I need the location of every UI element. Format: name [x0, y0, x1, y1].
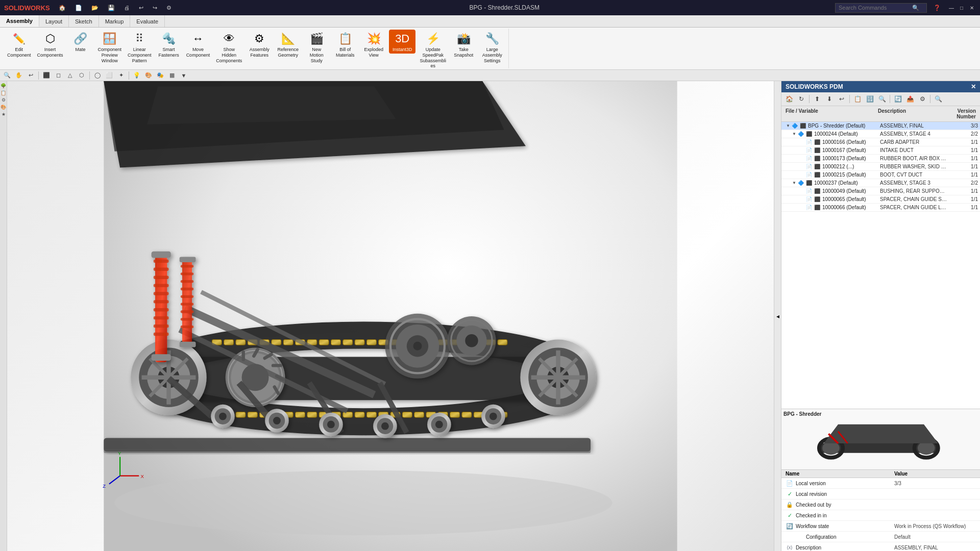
tree-toggle-237[interactable]: ▼ — [792, 181, 797, 186]
quick-access-redo[interactable]: ↪ — [150, 4, 160, 12]
assembly-features-btn[interactable]: ⚙ AssemblyFeatures — [246, 30, 273, 59]
tab-sketch[interactable]: Sketch — [69, 15, 99, 27]
prop-col-name: Name — [786, 471, 894, 477]
show-hidden-btn[interactable]: 👁 ShowHiddenComponents — [214, 30, 244, 64]
pdm-where-used-btn[interactable]: 🔍 — [876, 94, 888, 104]
tree-row-66[interactable]: ▶ 📄 ⬛ 10000066 (Default) SPACER, CHAIN G… — [781, 204, 980, 212]
pdm-checkout-btn[interactable]: ⬇ — [824, 94, 835, 104]
tree-row-65[interactable]: ▶ 📄 ⬛ 10000065 (Default) SPACER, CHAIN G… — [781, 195, 980, 204]
tree-row-244[interactable]: ▼ 🔷 ⬛ 10000244 (Default) ASSEMBLY, STAGE… — [781, 130, 980, 138]
svg-rect-89 — [154, 292, 169, 295]
tree-row-167[interactable]: ▶ 📄 ⬛ 10000167 (Default) INTAKE DUCT 1/1 — [781, 146, 980, 155]
pan-btn[interactable]: ✋ — [14, 71, 24, 80]
quick-access-new[interactable]: 📄 — [72, 4, 85, 12]
real-view-btn[interactable]: ▦ — [167, 71, 177, 80]
insert-components-btn[interactable]: ⬡ InsertComponents — [35, 30, 65, 59]
pdm-undo-checkout-btn[interactable]: ↩ — [836, 94, 847, 104]
pdm-checkin-btn[interactable]: ⬆ — [812, 94, 823, 104]
prop-row-checked-out-by[interactable]: 🔒 Checked out by — [781, 499, 980, 510]
tree-row-237[interactable]: ▼ 🔷 ⬛ 10000237 (Default) ASSEMBLY, STAGE… — [781, 179, 980, 187]
prop-row-local-revision[interactable]: ✓ Local revision — [781, 489, 980, 499]
quick-access-home[interactable]: 🏠 — [56, 4, 68, 12]
tree-row-root[interactable]: ▼ 🔷 ⬛ BPG - Shredder (Default) ASSEMBLY,… — [781, 122, 980, 130]
tree-ver-244: 2/2 — [949, 131, 980, 137]
edit-component-btn[interactable]: ✏️ EditComponent — [5, 30, 33, 59]
pdm-history-btn[interactable]: 📋 — [852, 94, 863, 104]
3d-model-view[interactable]: X Y Z — [7, 81, 774, 551]
help-icon[interactable]: ❓ — [931, 4, 943, 12]
svg-rect-98 — [181, 265, 193, 267]
tree-row-49[interactable]: ▶ 📄 ⬛ 10000049 (Default) BUSHING, REAR S… — [781, 187, 980, 195]
sidebar-appearance[interactable]: 🎨 — [1, 105, 7, 111]
pdm-properties-btn[interactable]: ⚙ — [917, 94, 928, 104]
take-snapshot-btn[interactable]: 📸 TakeSnapshot — [450, 30, 477, 59]
view-top-btn[interactable]: ◻ — [53, 71, 63, 80]
rotate-btn[interactable]: ↩ — [26, 71, 36, 80]
sidebar-custom[interactable]: ★ — [1, 112, 7, 118]
tree-toggle-root[interactable]: ▼ — [786, 123, 791, 129]
lights-btn[interactable]: 💡 — [132, 71, 142, 80]
zoom-to-fit-btn[interactable]: 🔍 — [2, 71, 12, 80]
quick-access-print[interactable]: 🖨 — [121, 4, 132, 12]
quick-access-undo[interactable]: ↩ — [136, 4, 146, 12]
tree-row-173[interactable]: ▶ 📄 ⬛ 10000173 (Default) RUBBER BOOT, AI… — [781, 155, 980, 163]
pdm-workflow-btn[interactable]: 🔄 — [892, 94, 903, 104]
minimize-btn[interactable]: — — [947, 4, 955, 12]
tree-cell-file-173: ▶ 📄 ⬛ 10000173 (Default) — [781, 155, 878, 162]
move-component-btn[interactable]: ↔ MoveComponent — [184, 30, 212, 59]
instant3d-btn[interactable]: 3D Instant3D — [389, 30, 415, 54]
prop-row-description[interactable]: (x) Description ASSEMBLY, FINAL — [781, 542, 980, 551]
tree-row-212[interactable]: ▶ 📄 ⬛ 10000212 (...) RUBBER WASHER, SKID… — [781, 163, 980, 171]
quick-access-settings[interactable]: ⚙ — [164, 4, 174, 12]
view-right-btn[interactable]: △ — [65, 71, 75, 80]
pdm-share-btn[interactable]: 📤 — [904, 94, 916, 104]
pdm-versions-btn[interactable]: 🔢 — [864, 94, 875, 104]
large-assembly-btn[interactable]: 🔧 LargeAssemblySettings — [479, 30, 505, 64]
tree-row-166[interactable]: ▶ 📄 ⬛ 10000166 (Default) CARB ADAPTER 1/… — [781, 138, 980, 146]
update-speedpak-btn[interactable]: ⚡ UpdateSpeedPakSubassemblies — [418, 30, 448, 70]
linear-pattern-btn[interactable]: ⠿ LinearComponentPattern — [126, 30, 154, 64]
tab-layout[interactable]: Layout — [39, 15, 69, 27]
pdm-close-icon[interactable]: ✕ — [971, 83, 976, 90]
tab-markup[interactable]: Markup — [99, 15, 131, 27]
quick-access-open[interactable]: 📂 — [89, 4, 101, 12]
search-input[interactable] — [839, 5, 910, 11]
pdm-refresh-btn[interactable]: ↻ — [796, 94, 807, 104]
view-iso-btn[interactable]: ⬡ — [77, 71, 87, 80]
display-style-btn[interactable]: ◯ — [92, 71, 103, 80]
prop-row-checked-in[interactable]: ✓ Checked in in — [781, 510, 980, 521]
tab-assembly[interactable]: Assembly — [0, 15, 39, 27]
prop-row-config[interactable]: Configuration Default — [781, 532, 980, 542]
pdm-collapse-btn[interactable]: ◂ — [774, 81, 781, 551]
close-btn[interactable]: ✕ — [968, 4, 976, 12]
sidebar-properties[interactable]: 📋 — [1, 90, 7, 96]
viewport[interactable]: X Y Z — [7, 81, 774, 551]
tree-row-215[interactable]: ▶ 📄 ⬛ 10000215 (Default) BOOT, CVT DUCT … — [781, 171, 980, 179]
view-front-btn[interactable]: ⬛ — [41, 71, 52, 80]
pdm-home-btn[interactable]: 🏠 — [783, 94, 795, 104]
exploded-view-btn[interactable]: 💥 ExplodedView — [360, 30, 387, 59]
tree-toggle-244[interactable]: ▼ — [792, 132, 797, 137]
mate-btn[interactable]: 🔗 Mate — [67, 30, 94, 54]
new-motion-study-btn[interactable]: 🎬 NewMotionStudy — [303, 30, 330, 64]
quick-access-save[interactable]: 💾 — [105, 4, 117, 12]
sidebar-config[interactable]: ⚙ — [1, 97, 7, 104]
tab-evaluate[interactable]: Evaluate — [130, 15, 165, 27]
drop-down-btn[interactable]: ▼ — [179, 71, 189, 80]
appearance-btn[interactable]: ✦ — [116, 71, 126, 80]
scene-btn[interactable]: 🎨 — [143, 71, 154, 80]
pdm-search-btn[interactable]: 🔍 — [933, 94, 944, 104]
component-preview-btn[interactable]: 🪟 ComponentPreviewWindow — [96, 30, 124, 64]
sidebar-feature-tree[interactable]: 🌳 — [1, 83, 7, 89]
maximize-btn[interactable]: □ — [958, 4, 966, 12]
color-btn[interactable]: 🎭 — [155, 71, 165, 80]
bill-of-materials-btn[interactable]: 📋 Bill ofMaterials — [332, 30, 358, 59]
bill-of-materials-label: Bill ofMaterials — [336, 47, 355, 58]
smart-fasteners-btn[interactable]: 🔩 SmartFasteners — [156, 30, 182, 59]
reference-geometry-btn[interactable]: 📐 ReferenceGeometry — [275, 30, 301, 59]
section-view-btn[interactable]: ⬜ — [104, 71, 114, 80]
file-icon-65: 📄 — [806, 196, 812, 202]
prop-row-workflow[interactable]: 🔄 Workflow state Work in Process (QS Wor… — [781, 521, 980, 532]
search-box[interactable]: 🔍 — [835, 3, 927, 13]
prop-row-local-version[interactable]: 📄 Local version 3/3 — [781, 478, 980, 489]
